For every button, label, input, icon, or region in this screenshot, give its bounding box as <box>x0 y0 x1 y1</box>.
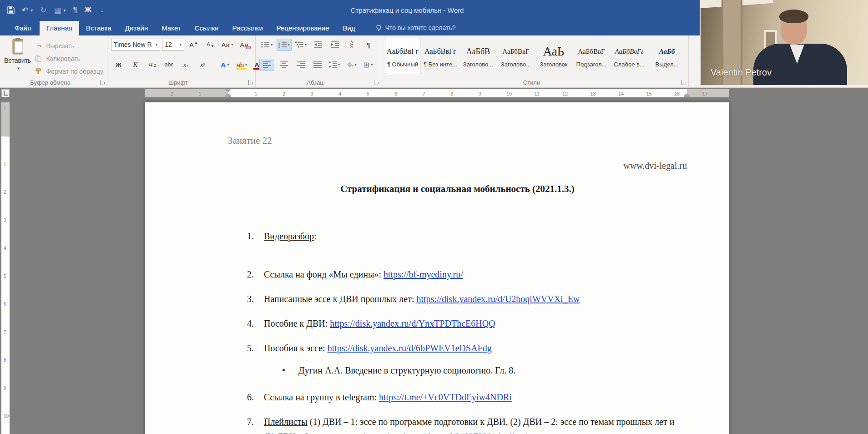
tab-review[interactable]: Рецензирование <box>270 21 336 35</box>
tell-me-box[interactable]: Что вы хотите сделать? <box>376 24 456 35</box>
style-subtitle[interactable]: АаБбВвГ Подзагол... <box>574 38 609 74</box>
align-center-button[interactable] <box>276 59 291 71</box>
change-case-button[interactable]: Аа▾ <box>220 39 235 51</box>
bold-icon[interactable]: Ж <box>85 5 91 15</box>
vertical-ruler[interactable]: 2112345678910 <box>0 99 12 434</box>
lightbulb-icon <box>376 25 382 31</box>
list-text-underlined: Плейлисты <box>264 417 308 427</box>
table-icon[interactable]: ▦▾ <box>54 5 66 15</box>
sort-button[interactable]: АЯ <box>344 39 359 51</box>
cut-button[interactable]: ✂ Вырезать <box>35 40 103 51</box>
style-no-spacing[interactable]: АаБбВвГг ¶ Без инте... <box>423 38 458 74</box>
style-normal[interactable]: АаБбВвГг ¶ Обычный <box>385 38 420 74</box>
paragraph-mark-icon[interactable]: ¶ <box>73 5 77 15</box>
doc-title: Стратификация и социальная мобильность (… <box>228 183 687 195</box>
grow-font-button[interactable]: А▲ <box>186 39 201 51</box>
shading-button[interactable]: ▾ <box>344 59 359 71</box>
undo-icon[interactable]: ↶▾ <box>22 5 33 15</box>
tab-insert[interactable]: Вставка <box>79 21 118 35</box>
horizontal-ruler[interactable]: 211234567891011121314151617 <box>0 88 868 99</box>
list-text: Пособие к ДВИ: <box>264 318 330 328</box>
hyperlink[interactable]: https://disk.yandex.ru/d/6bPWEV1eDSAFdg <box>328 343 492 353</box>
increase-indent-button[interactable] <box>328 39 343 51</box>
numbering-button[interactable]: 123 ▾ <box>277 39 292 51</box>
bullet-glyph: • <box>282 365 298 376</box>
hyperlink[interactable]: https://bf-myediny.ru/ <box>384 269 463 279</box>
tell-me-label: Что вы хотите сделать? <box>385 24 456 31</box>
align-left-button[interactable] <box>259 59 274 71</box>
paste-button[interactable]: Вставить ▾ <box>4 38 31 76</box>
font-size-value: 12 <box>165 41 172 48</box>
tab-home[interactable]: Главная <box>40 21 79 35</box>
italic-button[interactable]: К <box>128 59 143 71</box>
decrease-indent-button[interactable] <box>311 39 326 51</box>
clipboard-icon <box>11 38 25 55</box>
show-marks-button[interactable]: ¶ <box>361 39 376 51</box>
font-size-select[interactable]: 12▾ <box>162 39 184 50</box>
style-heading1[interactable]: АаБбВ Заголово... <box>460 38 496 74</box>
scissors-icon: ✂ <box>35 42 43 50</box>
tab-design[interactable]: Дизайн <box>118 21 155 35</box>
customize-qat-icon[interactable]: ⌄ <box>100 8 104 13</box>
style-title[interactable]: АаЬ Заголовок <box>536 38 571 74</box>
hyperlink[interactable]: https://rutube.ru/channel/24027290/playl… <box>363 432 527 434</box>
quick-access-toolbar: ↶▾ ↻ ▦▾ ¶ Ж ⌄ <box>0 5 104 15</box>
shrink-font-button[interactable]: А▼ <box>203 39 218 51</box>
bullet-text: Дугин А.А. Введение в структурную социол… <box>298 365 515 375</box>
doc-header-right: www.dvi-legal.ru <box>623 161 687 171</box>
font-group: Times New R▾ 12▾ А▲ А▼ Аа▾ Аа Ж К Ч▾ abc… <box>107 35 256 87</box>
list-item-6: 6.Ссылка на группу в telegram: https://t… <box>247 390 687 405</box>
sub-bullet-item: •Дугин А.А. Введение в структурную социо… <box>282 365 687 376</box>
text-effects-button[interactable]: А▾ <box>217 59 232 71</box>
align-right-button[interactable] <box>293 59 308 71</box>
highlight-button[interactable]: ab▾ <box>234 59 249 71</box>
strikethrough-button[interactable]: abc <box>161 59 177 71</box>
superscript-button[interactable]: х² <box>195 59 210 71</box>
webcam-overlay: Valentin Petrov <box>700 0 868 86</box>
font-dialog-launcher[interactable] <box>248 80 253 85</box>
font-family-select[interactable]: Times New R▾ <box>111 39 160 50</box>
list-text: Ссылка на фонд «Мы едины»: <box>264 269 384 279</box>
style-subtle-emphasis[interactable]: АаБбВвГг Слабое в... <box>611 38 647 74</box>
save-icon[interactable] <box>7 6 15 14</box>
list-item-2: 2.Ссылка на фонд «Мы едины»: https://bf-… <box>247 267 687 282</box>
list-text: Пособия к эссе: <box>264 343 328 353</box>
bullets-button[interactable]: ▾ <box>259 39 275 51</box>
copy-button[interactable]: Копировать <box>35 53 103 64</box>
tab-view[interactable]: Вид <box>336 21 362 35</box>
window-title: Стратификац и соц мобильн - Word <box>0 6 814 14</box>
tab-references[interactable]: Ссылки <box>188 21 226 35</box>
redo-icon[interactable]: ↻ <box>40 5 46 15</box>
font-family-value: Times New R <box>114 41 152 48</box>
word-window: ↶▾ ↻ ▦▾ ¶ Ж ⌄ Стратификац и соц мобильн … <box>0 0 868 434</box>
paragraph-group: ▾ 123 ▾ ▾ АЯ ¶ <box>256 35 381 87</box>
clear-formatting-button[interactable]: Аа <box>237 39 252 51</box>
tab-selector[interactable] <box>1 89 10 97</box>
borders-button[interactable]: ⊞▾ <box>361 59 376 71</box>
list-text: Ссылка на группу в telegram: <box>264 392 379 402</box>
paragraph-dialog-launcher[interactable] <box>374 80 379 85</box>
style-heading2[interactable]: АаБбВвГ Заголово... <box>498 38 534 74</box>
bold-button[interactable]: Ж <box>111 59 126 71</box>
format-painter-button[interactable]: Формат по образцу <box>35 66 103 76</box>
list-item-5: 5.Пособия к эссе: https://disk.yandex.ru… <box>247 341 687 356</box>
multilevel-list-button[interactable]: ▾ <box>293 39 309 51</box>
clipboard-dialog-launcher[interactable] <box>100 80 105 85</box>
hyperlink[interactable]: https://disk.yandex.ru/d/U2boqlWVVXi_Ew <box>416 294 580 304</box>
tab-layout[interactable]: Макет <box>155 21 187 35</box>
styles-dialog-launcher[interactable] <box>681 80 686 85</box>
list-text: : <box>314 231 317 241</box>
document-canvas[interactable]: 2112345678910 Занятие 22 www.dvi-legal.r… <box>0 99 868 434</box>
justify-button[interactable] <box>310 59 325 71</box>
style-emphasis[interactable]: АаБб Выдел... <box>649 38 685 74</box>
clipboard-group-label: Буфер обмена <box>0 79 101 86</box>
document-page[interactable]: Занятие 22 www.dvi-legal.ru Стратификаци… <box>145 102 729 434</box>
tab-file[interactable]: Файл <box>6 21 40 35</box>
hyperlink[interactable]: https://t.me/+Vc0VTDdEyiw4NDRi <box>379 392 512 402</box>
underline-button[interactable]: Ч▾ <box>145 59 160 71</box>
hyperlink[interactable]: https://disk.yandex.ru/d/YnxTPDThcE6HQQ <box>330 318 495 328</box>
subscript-button[interactable]: х₂ <box>178 59 193 71</box>
tab-mailings[interactable]: Рассылки <box>225 21 269 35</box>
styles-group: АаБбВвГг ¶ Обычный АаБбВвГг ¶ Без инте..… <box>381 35 689 87</box>
line-spacing-button[interactable]: ▾ <box>327 59 342 71</box>
